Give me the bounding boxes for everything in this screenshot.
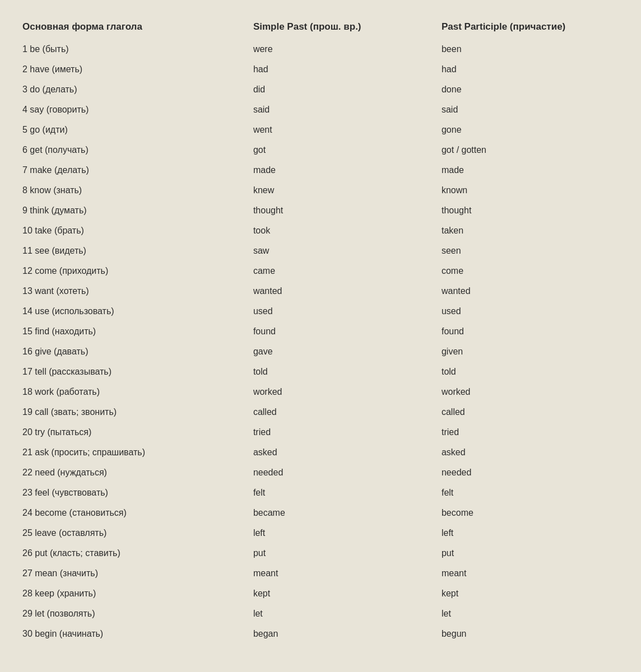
cell-simple-past: took <box>248 221 436 241</box>
cell-simple-past: asked <box>248 442 436 463</box>
table-row: 18 work (работать)workedworked <box>17 382 624 402</box>
cell-base-form: 7 make (делать) <box>17 160 248 180</box>
cell-base-form: 12 come (приходить) <box>17 261 248 281</box>
table-row: 4 say (говорить)saidsaid <box>17 100 624 120</box>
cell-simple-past: were <box>248 39 436 59</box>
cell-past-participle: told <box>436 362 624 382</box>
cell-simple-past: said <box>248 100 436 120</box>
cell-base-form: 15 find (находить) <box>17 321 248 342</box>
cell-base-form: 18 work (работать) <box>17 382 248 402</box>
verb-table-container: Основная форма глагола Simple Past (прош… <box>17 11 624 650</box>
cell-past-participle: kept <box>436 584 624 604</box>
cell-simple-past: used <box>248 301 436 321</box>
cell-base-form: 14 use (использовать) <box>17 301 248 321</box>
cell-simple-past: came <box>248 261 436 281</box>
table-row: 11 see (видеть)sawseen <box>17 241 624 261</box>
cell-past-participle: taken <box>436 221 624 241</box>
table-row: 16 give (давать)gavegiven <box>17 342 624 362</box>
header-simple-past: Simple Past (прош. вр.) <box>248 17 436 39</box>
cell-past-participle: left <box>436 523 624 543</box>
cell-base-form: 29 let (позволять) <box>17 604 248 624</box>
cell-past-participle: asked <box>436 442 624 463</box>
cell-past-participle: meant <box>436 563 624 584</box>
cell-past-participle: given <box>436 342 624 362</box>
table-row: 20 try (пытаться)triedtried <box>17 422 624 442</box>
table-row: 29 let (позволять)letlet <box>17 604 624 624</box>
table-row: 10 take (брать)tooktaken <box>17 221 624 241</box>
cell-past-participle: called <box>436 402 624 422</box>
cell-past-participle: put <box>436 543 624 563</box>
cell-simple-past: called <box>248 402 436 422</box>
table-row: 9 think (думать)thoughtthought <box>17 200 624 221</box>
cell-past-participle: done <box>436 80 624 100</box>
cell-base-form: 9 think (думать) <box>17 200 248 221</box>
table-row: 30 begin (начинать)beganbegun <box>17 624 624 644</box>
table-row: 24 become (становиться)becamebecome <box>17 503 624 523</box>
cell-past-participle: known <box>436 180 624 200</box>
cell-past-participle: needed <box>436 463 624 483</box>
cell-base-form: 13 want (хотеть) <box>17 281 248 301</box>
cell-simple-past: found <box>248 321 436 342</box>
table-row: 3 do (делать)diddone <box>17 80 624 100</box>
cell-past-participle: had <box>436 59 624 80</box>
table-row: 8 know (знать)knewknown <box>17 180 624 200</box>
cell-simple-past: had <box>248 59 436 80</box>
cell-base-form: 23 feel (чувствовать) <box>17 483 248 503</box>
table-row: 22 need (нуждаться)neededneeded <box>17 463 624 483</box>
cell-past-participle: felt <box>436 483 624 503</box>
cell-simple-past: knew <box>248 180 436 200</box>
cell-base-form: 3 do (делать) <box>17 80 248 100</box>
table-row: 2 have (иметь)hadhad <box>17 59 624 80</box>
cell-simple-past: saw <box>248 241 436 261</box>
cell-simple-past: told <box>248 362 436 382</box>
table-row: 21 ask (просить; спрашивать)askedasked <box>17 442 624 463</box>
table-row: 17 tell (рассказывать)toldtold <box>17 362 624 382</box>
table-row: 27 mean (значить)meantmeant <box>17 563 624 584</box>
table-row: 23 feel (чувствовать)feltfelt <box>17 483 624 503</box>
cell-past-participle: wanted <box>436 281 624 301</box>
cell-base-form: 6 get (получать) <box>17 140 248 160</box>
cell-simple-past: felt <box>248 483 436 503</box>
cell-simple-past: began <box>248 624 436 644</box>
cell-base-form: 11 see (видеть) <box>17 241 248 261</box>
cell-past-participle: come <box>436 261 624 281</box>
cell-base-form: 26 put (класть; ставить) <box>17 543 248 563</box>
cell-past-participle: made <box>436 160 624 180</box>
cell-past-participle: begun <box>436 624 624 644</box>
table-row: 14 use (использовать)usedused <box>17 301 624 321</box>
cell-base-form: 5 go (идти) <box>17 120 248 140</box>
cell-base-form: 8 know (знать) <box>17 180 248 200</box>
table-row: 12 come (приходить)camecome <box>17 261 624 281</box>
cell-base-form: 20 try (пытаться) <box>17 422 248 442</box>
cell-base-form: 1 be (быть) <box>17 39 248 59</box>
cell-base-form: 21 ask (просить; спрашивать) <box>17 442 248 463</box>
cell-simple-past: thought <box>248 200 436 221</box>
cell-simple-past: gave <box>248 342 436 362</box>
cell-past-participle: become <box>436 503 624 523</box>
table-row: 19 call (звать; звонить)calledcalled <box>17 402 624 422</box>
cell-past-participle: worked <box>436 382 624 402</box>
cell-past-participle: used <box>436 301 624 321</box>
cell-base-form: 22 need (нуждаться) <box>17 463 248 483</box>
cell-base-form: 16 give (давать) <box>17 342 248 362</box>
cell-past-participle: said <box>436 100 624 120</box>
cell-simple-past: kept <box>248 584 436 604</box>
cell-simple-past: wanted <box>248 281 436 301</box>
cell-base-form: 27 mean (значить) <box>17 563 248 584</box>
cell-base-form: 19 call (звать; звонить) <box>17 402 248 422</box>
header-past-participle: Past Participle (причастие) <box>436 17 624 39</box>
cell-past-participle: gone <box>436 120 624 140</box>
cell-base-form: 24 become (становиться) <box>17 503 248 523</box>
header-base-form: Основная форма глагола <box>17 17 248 39</box>
cell-simple-past: tried <box>248 422 436 442</box>
cell-simple-past: did <box>248 80 436 100</box>
cell-past-participle: thought <box>436 200 624 221</box>
table-row: 15 find (находить)foundfound <box>17 321 624 342</box>
cell-past-participle: tried <box>436 422 624 442</box>
table-row: 5 go (идти)wentgone <box>17 120 624 140</box>
cell-simple-past: needed <box>248 463 436 483</box>
cell-base-form: 28 keep (хранить) <box>17 584 248 604</box>
cell-base-form: 30 begin (начинать) <box>17 624 248 644</box>
table-row: 1 be (быть)werebeen <box>17 39 624 59</box>
cell-past-participle: been <box>436 39 624 59</box>
